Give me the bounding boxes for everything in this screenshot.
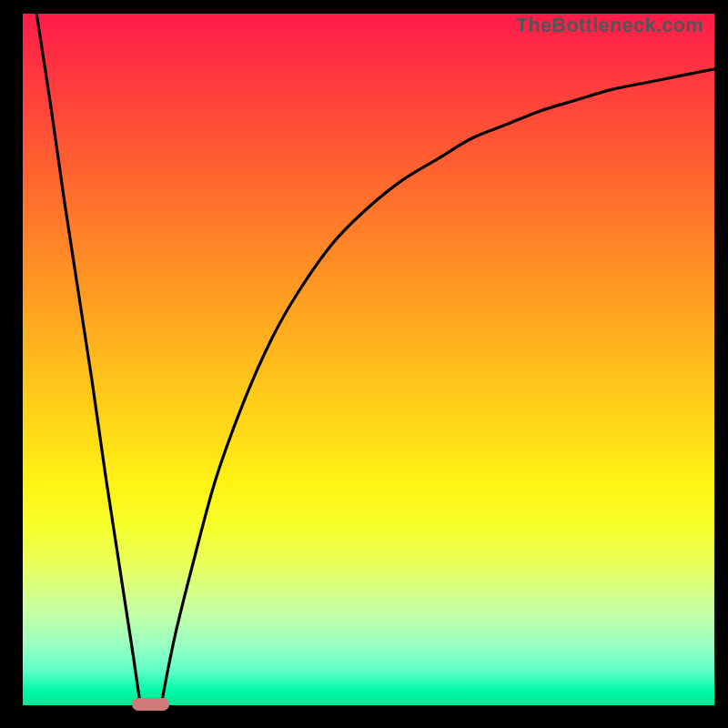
curve-right-branch: [161, 69, 714, 705]
curve-layer: [23, 14, 714, 705]
plot-area: TheBottleneck.com: [23, 14, 714, 705]
optimal-marker: [132, 698, 170, 711]
curve-left-branch: [36, 14, 140, 705]
chart-frame: TheBottleneck.com: [0, 0, 728, 728]
